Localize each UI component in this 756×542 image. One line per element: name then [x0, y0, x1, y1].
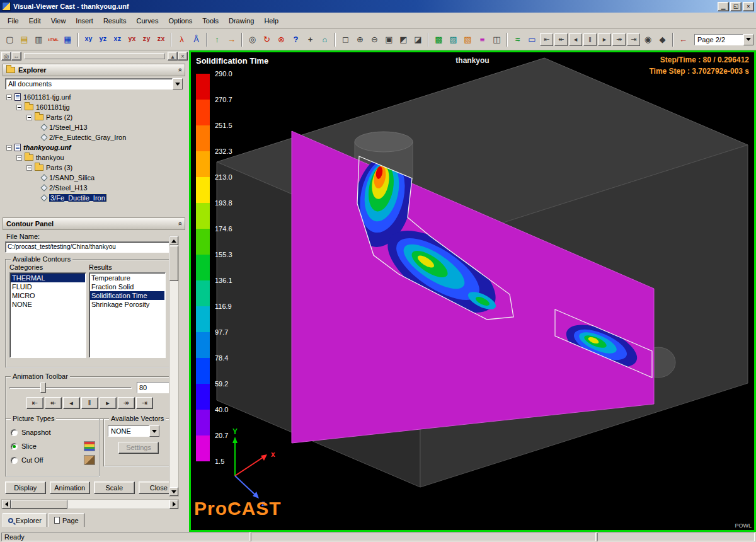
menu-file[interactable]: File: [3, 14, 24, 27]
view-xz-icon[interactable]: xz: [110, 32, 125, 47]
view-yx-icon[interactable]: yx: [125, 32, 139, 47]
menu-drawing[interactable]: Drawing: [224, 14, 259, 27]
snapshot-option[interactable]: Snapshot: [11, 425, 95, 439]
animation-button[interactable]: Animation: [50, 481, 91, 494]
view-zx-icon[interactable]: zx: [154, 32, 168, 47]
run-up-icon[interactable]: ↑: [210, 32, 224, 47]
tree-item[interactable]: thankyou: [6, 153, 189, 163]
close-button[interactable]: ×: [743, 2, 754, 11]
home-icon[interactable]: ⌂: [318, 32, 332, 47]
lambda-icon[interactable]: λ: [175, 32, 189, 47]
slice-option[interactable]: Slice: [11, 439, 95, 453]
print-preview-icon[interactable]: ▥: [32, 32, 46, 47]
explorer-header[interactable]: Explorer »: [3, 64, 185, 76]
pan-icon[interactable]: +: [303, 32, 318, 47]
panel-vertical-scrollbar[interactable]: [169, 236, 179, 497]
new-document-icon[interactable]: ▢: [3, 32, 17, 47]
vectors-select-arrow-icon[interactable]: [149, 425, 159, 437]
anim-fast-rewind-button[interactable]: ↞: [45, 397, 62, 409]
help-cursor-icon[interactable]: ?: [289, 32, 303, 47]
scroll-up-icon[interactable]: [169, 236, 178, 245]
restore-button[interactable]: ◱: [730, 2, 742, 11]
snapshot-radio[interactable]: [11, 429, 18, 436]
result-item[interactable]: Temperature: [90, 274, 164, 282]
scroll-left-icon[interactable]: [2, 500, 11, 509]
minimize-button[interactable]: ▁: [718, 2, 729, 11]
tab-explorer[interactable]: Explorer: [3, 513, 47, 527]
tree-expander-icon[interactable]: [26, 115, 32, 120]
fast-rewind-button[interactable]: ↞: [554, 33, 568, 46]
tree-item[interactable]: 1601181tjg: [6, 102, 189, 112]
horizontal-scroll-thumb[interactable]: [11, 500, 67, 509]
tab-page[interactable]: Page: [49, 513, 84, 527]
tree-item[interactable]: 2/Steel_H13: [6, 183, 189, 193]
shaded-view-icon[interactable]: ▨: [446, 32, 461, 47]
rotate-icon[interactable]: ↻: [260, 32, 274, 47]
cutoff-option[interactable]: Cut Off: [11, 453, 95, 467]
menu-help[interactable]: Help: [259, 14, 284, 27]
result-item[interactable]: Solidification Time: [90, 291, 164, 300]
categories-listbox[interactable]: THERMAL FLUID MICRO NONE: [9, 272, 86, 358]
vectors-select[interactable]: NONE: [108, 425, 169, 437]
settings-button[interactable]: Settings: [118, 442, 159, 454]
jump-end-button[interactable]: ⇥: [627, 33, 640, 46]
curve-plot-icon[interactable]: ≈: [510, 32, 525, 47]
cutoff-settings-icon[interactable]: [84, 455, 95, 465]
wireframe-view-icon[interactable]: ▧: [461, 32, 475, 47]
anim-jump-start-button[interactable]: ⇤: [26, 397, 43, 409]
tree-expander-icon[interactable]: [16, 155, 22, 161]
vertical-scroll-thumb[interactable]: [169, 246, 178, 281]
jump-start-button[interactable]: ⇤: [540, 33, 553, 46]
anim-jump-end-button[interactable]: ⇥: [136, 397, 153, 409]
category-item[interactable]: NONE: [11, 300, 85, 309]
tree-item[interactable]: 2/Fe_Eutectic_Gray_Iron: [6, 132, 189, 142]
scale-button[interactable]: Scale: [94, 481, 135, 494]
menu-edit[interactable]: Edit: [24, 14, 46, 27]
zoom-window-icon[interactable]: ◻: [338, 32, 353, 47]
frame-slider-track[interactable]: [9, 387, 132, 389]
frame-slider[interactable]: [9, 382, 132, 393]
category-item[interactable]: FLUID: [11, 282, 85, 291]
dock-arrows-icon[interactable]: ⇔: [11, 52, 21, 61]
anim-step-forward-button[interactable]: ▸: [100, 397, 117, 409]
report-icon[interactable]: ▦: [60, 32, 75, 47]
view-yz-icon[interactable]: yz: [96, 32, 110, 47]
tree-item[interactable]: 1601181-tjg.unf: [6, 92, 189, 102]
file-name-field[interactable]: C:/procast_test/testing/China/thankyou: [5, 241, 174, 253]
trace-path-icon[interactable]: ◆: [655, 32, 670, 47]
panel-horizontal-scrollbar[interactable]: [1, 499, 179, 509]
anim-step-back-button[interactable]: ◂: [63, 397, 80, 409]
fast-forward-button[interactable]: ↠: [612, 33, 626, 46]
zoom-fit-icon[interactable]: ▣: [382, 32, 396, 47]
panel-close-icon[interactable]: ×: [178, 52, 188, 61]
display-button[interactable]: Display: [5, 481, 46, 494]
zoom-dynamic-icon[interactable]: ◪: [411, 32, 425, 47]
zoom-in-icon[interactable]: ⊕: [353, 32, 367, 47]
tree-item[interactable]: Parts (3): [6, 163, 189, 173]
render-viewport[interactable]: Y x z Solidification Time thankyou Step/…: [189, 50, 756, 532]
mesh-view-icon[interactable]: ▩: [432, 32, 446, 47]
pin-icon[interactable]: ◎: [1, 52, 11, 61]
image-capture-icon[interactable]: ▭: [525, 32, 539, 47]
view-xy-icon[interactable]: xy: [81, 32, 96, 47]
menu-tools[interactable]: Tools: [197, 14, 224, 27]
document-filter-arrow-icon[interactable]: [173, 78, 183, 89]
tree-expander-icon[interactable]: [6, 95, 12, 100]
slice-radio[interactable]: [11, 443, 18, 450]
color-bands-icon[interactable]: ≡: [475, 32, 490, 47]
zoom-prev-icon[interactable]: ◩: [396, 32, 411, 47]
tree-expander-icon[interactable]: [6, 145, 12, 151]
cutoff-radio[interactable]: [11, 457, 18, 464]
menu-options[interactable]: Options: [163, 14, 197, 27]
scene-3d[interactable]: Y x z: [191, 52, 754, 530]
probe-icon[interactable]: ◎: [245, 32, 260, 47]
page-select[interactable]: Page 2/2: [694, 34, 753, 45]
cascade-windows-icon[interactable]: ◫: [490, 32, 504, 47]
results-eye-icon[interactable]: ◉: [641, 32, 655, 47]
frame-input[interactable]: [137, 382, 169, 393]
menu-view[interactable]: View: [46, 14, 71, 27]
tree-item-selected[interactable]: 3/Fe_Ductile_Iron: [6, 193, 189, 203]
category-item[interactable]: MICRO: [11, 291, 85, 300]
contour-panel-header[interactable]: Contour Panel »: [3, 217, 185, 230]
tree-expander-icon[interactable]: [16, 105, 22, 110]
